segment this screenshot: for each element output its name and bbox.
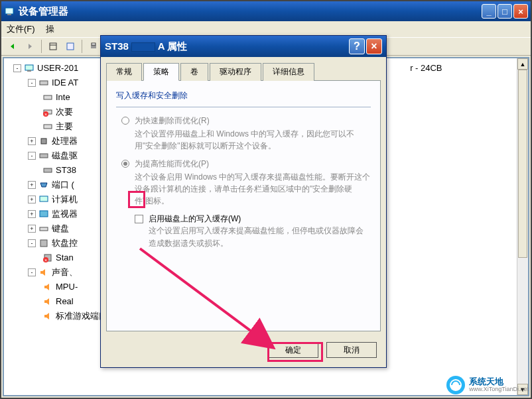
menu-action[interactable]: 操 <box>46 23 54 35</box>
svg-rect-6 <box>92 43 96 45</box>
toggle-icon[interactable]: - <box>28 152 36 160</box>
checkbox-icon[interactable] <box>135 215 143 223</box>
tree-label: Real <box>56 294 74 309</box>
scroll-thumb[interactable] <box>518 70 527 258</box>
radio-desc: 这个设备启用 Windows 中的写入缓存来提高磁盘性能。要断开这个设备跟计算机… <box>135 171 371 207</box>
computer-icon <box>38 194 49 205</box>
svg-rect-15 <box>41 139 46 144</box>
watermark: 系统天地 www.XiTongTianDi.net <box>445 374 529 396</box>
redacted-block <box>131 42 155 52</box>
sound-icon <box>42 311 53 321</box>
sound-icon <box>42 282 53 292</box>
radio-optimize-removal[interactable]: 为快速删除而优化(R) 这个设置停用磁盘上和 Windows 中的写入缓存，因此… <box>121 115 371 152</box>
toggle-icon[interactable]: + <box>28 137 36 145</box>
vertical-scrollbar[interactable]: ▲ ▼ <box>517 58 528 395</box>
toolbar-view-icon[interactable] <box>46 39 60 54</box>
floppy-error-icon: × <box>42 253 53 263</box>
tree-label: 端口 ( <box>52 178 74 192</box>
toggle-icon[interactable]: + <box>28 181 36 189</box>
watermark-icon <box>445 374 466 396</box>
tree-label: IDE AT <box>52 76 78 90</box>
tree-label: Stan <box>56 251 74 265</box>
svg-rect-0 <box>5 8 13 14</box>
toggle-icon[interactable]: - <box>13 64 21 72</box>
svg-rect-17 <box>44 168 52 172</box>
disk-icon <box>42 165 53 176</box>
scroll-up-icon[interactable]: ▲ <box>517 58 528 70</box>
radio-label: 为提高性能而优化(P) <box>135 158 371 170</box>
radio-label: 为快速删除而优化(R) <box>135 115 371 127</box>
maximize-button[interactable]: □ <box>498 4 512 19</box>
svg-rect-21 <box>40 240 47 247</box>
checkbox-write-cache[interactable]: 启用磁盘上的写入缓存(W) 这个设置启用写入缓存来提高磁盘性能，但停电或仪器故障… <box>135 213 371 250</box>
svg-rect-10 <box>44 95 52 99</box>
drive-icon <box>42 92 53 103</box>
tabstrip: 常规 策略 卷 驱动程序 详细信息 <box>106 62 381 80</box>
close-button[interactable]: × <box>513 4 528 19</box>
tree-extra-text: r - 24CB <box>410 61 442 76</box>
scroll-track[interactable] <box>517 70 528 384</box>
dialog-titlebar[interactable]: ST38 A 属性 ? × <box>101 36 386 57</box>
ok-button[interactable]: 确定 <box>268 342 318 358</box>
toolbar-print-icon[interactable] <box>86 39 101 54</box>
monitor-icon <box>38 209 49 219</box>
svg-rect-4 <box>67 43 74 50</box>
tree-label: 软盘控 <box>52 236 78 251</box>
main-title: 设备管理器 <box>19 5 482 18</box>
main-titlebar[interactable]: 设备管理器 _ □ × <box>1 1 531 21</box>
floppy-icon <box>38 238 49 249</box>
tree-label: 次要 <box>56 105 73 119</box>
radio-icon[interactable] <box>121 117 129 125</box>
radio-desc: 这个设置停用磁盘上和 Windows 中的写入缓存，因此您可以不用"安全删除"图… <box>135 128 371 152</box>
tab-driver[interactable]: 驱动程序 <box>210 63 261 81</box>
svg-rect-19 <box>40 211 48 217</box>
toolbar-separator-2 <box>82 40 82 53</box>
watermark-title: 系统天地 <box>469 377 529 386</box>
svg-rect-14 <box>44 125 52 129</box>
checkbox-label: 启用磁盘上的写入缓存(W) <box>149 213 371 225</box>
toggle-icon[interactable]: - <box>28 79 36 87</box>
radio-optimize-performance[interactable]: 为提高性能而优化(P) 这个设备启用 Windows 中的写入缓存来提高磁盘性能… <box>121 158 371 207</box>
tree-label: 主要 <box>56 119 73 134</box>
window-controls: _ □ × <box>482 4 528 19</box>
help-button[interactable]: ? <box>349 38 365 54</box>
svg-rect-1 <box>7 14 11 15</box>
tree-label: 监视器 <box>52 207 78 221</box>
svg-rect-20 <box>40 227 48 231</box>
dialog-close-button[interactable]: × <box>366 38 382 54</box>
toggle-icon[interactable]: + <box>28 210 36 218</box>
toggle-icon[interactable]: + <box>28 225 36 233</box>
tree-label: 键盘 <box>52 221 69 236</box>
toggle-icon[interactable]: - <box>28 268 36 276</box>
svg-rect-2 <box>50 43 56 50</box>
svg-rect-7 <box>25 65 33 70</box>
tab-details[interactable]: 详细信息 <box>263 63 314 81</box>
cancel-button[interactable]: 取消 <box>326 342 377 358</box>
toolbar-back-icon[interactable] <box>5 39 20 54</box>
checkbox-desc: 这个设置启用写入缓存来提高磁盘性能，但停电或仪器故障会造成数据遗失或损坏。 <box>149 225 371 250</box>
toggle-icon[interactable]: - <box>28 239 36 247</box>
sound-icon <box>42 296 53 307</box>
drive-error-icon: × <box>42 107 53 117</box>
tab-policy[interactable]: 策略 <box>143 63 179 81</box>
group-divider <box>116 107 371 107</box>
tab-general[interactable]: 常规 <box>106 63 142 81</box>
tree-label: 处理器 <box>52 134 78 148</box>
tab-volumes[interactable]: 卷 <box>180 63 208 81</box>
dialog-title: ST38 A 属性 <box>105 40 348 53</box>
minimize-button[interactable]: _ <box>482 4 496 19</box>
app-icon <box>4 6 15 17</box>
radio-icon[interactable] <box>121 160 129 168</box>
tree-label: 计算机 <box>52 192 78 207</box>
tree-label: MPU- <box>56 280 78 294</box>
toolbar-separator <box>41 40 42 53</box>
dialog-title-prefix: ST38 <box>105 40 129 52</box>
tree-label: ST38 <box>56 163 76 178</box>
disk-icon <box>38 150 49 161</box>
svg-rect-16 <box>40 154 48 158</box>
dialog-title-suffix: A 属性 <box>158 40 187 52</box>
toolbar-forward-icon[interactable] <box>23 39 37 54</box>
menu-file[interactable]: 文件(F) <box>7 23 35 35</box>
toolbar-properties-icon[interactable] <box>63 39 78 54</box>
toggle-icon[interactable]: + <box>28 196 36 203</box>
